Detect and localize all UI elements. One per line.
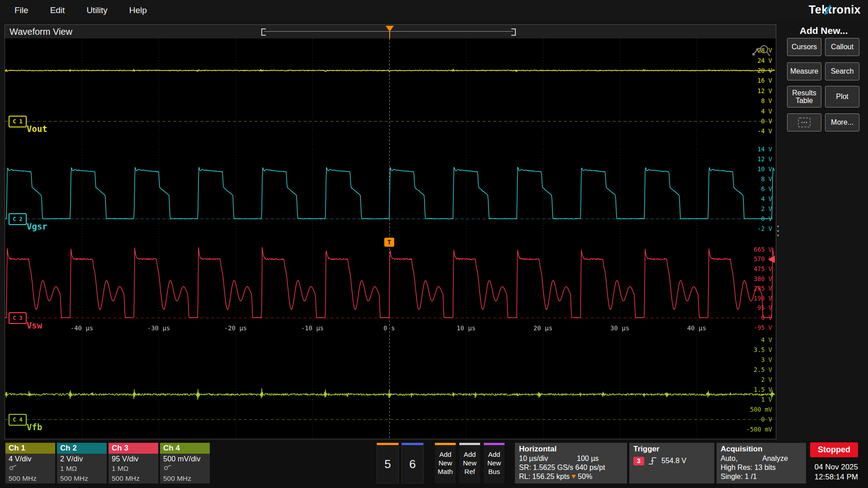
scale-label-ch1: 20 V [757, 67, 772, 74]
menu-bar: File Edit Utility Help Tektronix [0, 0, 868, 21]
channel-2-scale: 2 V/div [57, 454, 107, 464]
channel-signal-label: Vsw [27, 320, 42, 330]
add-new-icon-button[interactable] [787, 113, 821, 131]
add-new-title: Add New... [781, 25, 867, 36]
scale-label-ch3: 380 V [754, 275, 772, 282]
waveform-view-title: Waveform View [9, 27, 72, 37]
waveform-plot[interactable]: 28 V24 V20 V16 V12 V8 V4 V0 V-4 VC 1Vout… [5, 38, 775, 438]
time-axis-label: 30 µs [606, 324, 633, 332]
channel-4-badge-panel[interactable]: Ch 4 500 mV/div 500 MHz [160, 443, 210, 483]
callout-button[interactable]: Callout [825, 38, 859, 56]
run-stop-status-button[interactable]: Stopped [810, 442, 858, 457]
horizontal-scale: 10 µs/div [519, 455, 577, 463]
acquisition-analyze: Analyze [762, 455, 788, 463]
tektronix-logo-text: Tektronix [809, 3, 861, 16]
time-axis-label: -30 µs [145, 324, 172, 332]
channel-2-header: Ch 2 [57, 443, 107, 454]
menu-utility[interactable]: Utility [86, 5, 107, 15]
scale-label-ch4: 3 V [761, 356, 772, 363]
scale-label-ch1: 4 V [761, 108, 772, 115]
more-button[interactable]: More... [825, 113, 859, 131]
search-button[interactable]: Search [825, 62, 859, 80]
plot-button[interactable]: Plot [825, 86, 859, 108]
scale-label-ch3: 190 V [754, 295, 772, 302]
channel-badge-c1[interactable]: C 1 [9, 116, 27, 127]
scale-label-ch2: 2 V [761, 205, 772, 212]
time-label: 12:58:14 PM [792, 472, 858, 482]
channel-2-badge-panel[interactable]: Ch 2 2 V/div 1 MΩ 500 MHz [57, 443, 107, 483]
trigger-level: 554.8 V [661, 457, 686, 465]
trigger-position-stem [389, 31, 390, 38]
bracket-right[interactable] [511, 28, 516, 36]
menu-edit[interactable]: Edit [50, 5, 65, 15]
scale-label-ch4: 1 V [761, 396, 772, 403]
time-axis-label: 0 s [376, 324, 403, 332]
measure-button[interactable]: Measure [787, 62, 821, 80]
channel-badge-c3[interactable]: C 3 [9, 312, 27, 324]
scale-label-ch2: -2 V [757, 225, 772, 232]
horizontal-panel[interactable]: Horizontal 10 µs/div 100 µs SR: 1.5625 G… [515, 443, 627, 483]
time-axis-label: 40 µs [683, 324, 710, 332]
channel-2-bandwidth: 500 MHz [57, 474, 107, 483]
scale-label-ch3: 475 V [754, 265, 772, 272]
channel-1-badge-panel[interactable]: Ch 1 4 V/div 500 MHz [5, 443, 55, 483]
trigger-panel[interactable]: Trigger 3 554.8 V [629, 443, 714, 483]
channel-3-bandwidth: 500 MHz [108, 474, 158, 483]
channel-3-header: Ch 3 [108, 443, 158, 454]
channel-badge-c4[interactable]: C 4 [9, 414, 27, 426]
scale-label-ch1: 16 V [757, 77, 772, 84]
menu-help[interactable]: Help [129, 5, 147, 15]
results-table-button[interactable]: Results Table [787, 86, 821, 108]
horizontal-record-length: RL: 156.25 kpts [519, 473, 570, 481]
channel-4-scale: 500 mV/div [160, 454, 210, 464]
panel-splitter-handle[interactable] [776, 224, 780, 238]
scale-label-ch4: 3.5 V [754, 346, 772, 353]
rising-edge-icon [648, 456, 658, 465]
scale-label-ch2: 12 V [757, 155, 772, 163]
add-new-panel: Add New... Cursors Callout Measure Searc… [781, 23, 867, 438]
channel-6-button[interactable]: 6 [401, 443, 424, 483]
channel-3-badge-panel[interactable]: Ch 3 95 V/div 1 MΩ 500 MHz [108, 443, 158, 483]
trigger-position-icon [571, 475, 576, 479]
trigger-source-badge: 3 [633, 457, 644, 465]
scale-label-ch2: 8 V [761, 175, 772, 183]
probe-icon [163, 465, 172, 471]
datetime: 04 Nov 2025 12:58:14 PM [792, 462, 858, 483]
time-axis-label: -40 µs [68, 324, 95, 332]
channel-1-bandwidth: 500 MHz [5, 474, 55, 483]
trigger-title: Trigger [633, 445, 710, 454]
channel-badge-c2[interactable]: C 2 [9, 213, 27, 225]
scale-label-ch4: -500 mV [746, 426, 772, 433]
channel-1-probe-row [5, 464, 55, 474]
acquisition-resolution: High Res: 13 bits [721, 464, 802, 472]
date-label: 04 Nov 2025 [792, 462, 858, 472]
bracket-left[interactable] [261, 28, 266, 36]
add-new-math-button[interactable]: Add New Math [435, 443, 456, 483]
acquisition-single: Single: 1 /1 [721, 473, 802, 481]
scale-label-ch2: 14 V [757, 145, 772, 153]
time-axis-label: -10 µs [299, 324, 326, 332]
channel-5-button[interactable]: 5 [377, 443, 399, 483]
time-axis-label: 20 µs [529, 324, 557, 332]
horizontal-position: 50% [578, 473, 592, 481]
horizontal-title: Horizontal [519, 445, 623, 454]
waveform-view-titlebar: Waveform View [5, 25, 776, 38]
channel-signal-label: Vout [27, 124, 47, 134]
acquisition-title: Acquisition [721, 445, 802, 454]
acquisition-mode: Auto, [721, 455, 762, 463]
add-new-ref-button[interactable]: Add New Ref [459, 443, 480, 483]
menu-file[interactable]: File [14, 5, 28, 15]
scale-label-ch4: 2.5 V [754, 366, 772, 373]
cursors-button[interactable]: Cursors [787, 38, 821, 56]
trigger-level-arrow[interactable] [768, 256, 775, 263]
channel-2-impedance: 1 MΩ [57, 464, 107, 474]
scale-label-ch4: 0 V [761, 416, 772, 423]
scale-label-ch1: 8 V [761, 97, 772, 104]
channel-4-bandwidth: 500 MHz [160, 474, 210, 483]
trigger-flag[interactable]: T [384, 238, 394, 247]
channel-1-scale: 4 V/div [5, 454, 55, 464]
time-axis-label: -20 µs [222, 324, 249, 332]
grid-icon [797, 117, 811, 128]
add-new-bus-button[interactable]: Add New Bus [484, 443, 505, 483]
zoom-icon[interactable] [750, 43, 771, 59]
